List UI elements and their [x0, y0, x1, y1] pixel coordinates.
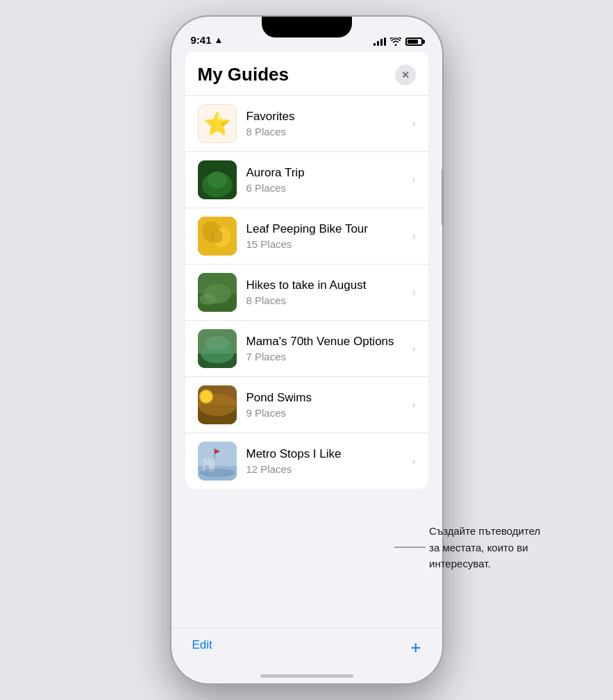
guide-places: 15 Places [246, 238, 407, 250]
chevron-right-icon: › [412, 117, 415, 130]
aurora-thumb-graphic [198, 160, 237, 199]
signal-bars [373, 38, 386, 46]
status-time: 9:41 [191, 34, 212, 46]
chevron-right-icon: › [412, 342, 415, 355]
list-item[interactable]: Leaf Peeping Bike Tour 15 Places › [185, 208, 428, 265]
guide-thumb-pond [198, 385, 237, 424]
signal-bar-4 [384, 38, 386, 46]
sheet-header: My Guides ✕ [185, 51, 428, 95]
svg-point-2 [208, 172, 227, 188]
list-item[interactable]: Hikes to take in August 8 Places › [185, 265, 428, 321]
guide-places: 12 Places [246, 463, 407, 475]
signal-bar-3 [380, 39, 383, 46]
sheet-title: My Guides [198, 64, 289, 85]
close-button[interactable]: ✕ [395, 65, 416, 85]
svg-rect-23 [203, 458, 206, 462]
battery-icon [405, 38, 423, 46]
signal-bar-1 [373, 43, 376, 46]
svg-rect-24 [208, 458, 210, 462]
main-content: My Guides ✕ ⭐ Favorites 8 Places › [171, 51, 442, 628]
hikes-thumb-graphic [198, 273, 237, 312]
guide-places: 8 Places [246, 294, 407, 306]
guide-thumb-aurora [198, 160, 237, 199]
guide-info: Pond Swims 9 Places [246, 391, 407, 419]
list-item[interactable]: ⭐ Favorites 8 Places › [185, 96, 428, 152]
guide-places: 9 Places [246, 407, 407, 419]
guide-thumb-hikes [198, 273, 237, 312]
guide-info: Metro Stops I Like 12 Places [246, 447, 407, 475]
chevron-right-icon: › [412, 455, 415, 467]
chevron-right-icon: › [412, 230, 415, 242]
guide-info: Mama's 70th Venue Options 7 Places [246, 335, 407, 362]
svg-point-10 [199, 294, 216, 305]
guide-places: 8 Places [246, 126, 407, 138]
list-item[interactable]: Pond Swims 9 Places › [185, 377, 428, 433]
annotation-wrapper: Създайте пътеводителза местата, които ви… [429, 523, 575, 572]
battery-fill [408, 40, 418, 44]
annotation-text: Създайте пътеводителза местата, които ви… [429, 523, 575, 572]
guide-thumb-mama [198, 329, 237, 368]
svg-point-29 [199, 469, 235, 477]
status-icons [373, 38, 423, 46]
annotation-line [394, 547, 426, 548]
notch [262, 17, 352, 38]
guide-places: 6 Places [246, 182, 407, 194]
chevron-right-icon: › [412, 286, 415, 299]
signal-bar-2 [377, 41, 379, 46]
guide-list: ⭐ Favorites 8 Places › [185, 95, 428, 489]
guide-name: Aurora Trip [246, 166, 407, 180]
leaf-thumb-graphic [198, 217, 237, 256]
guide-name: Pond Swims [246, 391, 407, 405]
guide-name: Metro Stops I Like [246, 447, 407, 461]
location-icon: ▲ [215, 35, 224, 45]
wifi-icon [390, 38, 401, 46]
guide-name: Favorites [246, 110, 407, 124]
guide-info: Leaf Peeping Bike Tour 15 Places [246, 222, 407, 250]
phone-frame: 9:41 ▲ My Gu [171, 17, 442, 683]
svg-rect-25 [212, 458, 215, 462]
chevron-right-icon: › [412, 399, 415, 411]
guide-name: Mama's 70th Venue Options [246, 335, 407, 349]
guide-info: Favorites 8 Places [246, 110, 407, 138]
list-item[interactable]: Aurora Trip 6 Places › [185, 152, 428, 208]
side-button [442, 169, 442, 225]
list-item[interactable]: Metro Stops I Like 12 Places › [185, 433, 428, 489]
guide-name: Leaf Peeping Bike Tour [246, 222, 407, 236]
pond-thumb-graphic [198, 385, 237, 424]
home-indicator [260, 674, 353, 678]
guide-thumb-metro [198, 442, 237, 481]
chevron-right-icon: › [412, 174, 415, 186]
metro-thumb-graphic [198, 442, 237, 481]
star-icon: ⭐ [203, 110, 231, 137]
svg-point-14 [205, 336, 230, 350]
guide-places: 7 Places [246, 351, 407, 362]
edit-button[interactable]: Edit [192, 638, 212, 652]
mama-thumb-graphic [198, 329, 237, 368]
add-button[interactable]: + [410, 638, 421, 656]
svg-point-19 [201, 391, 212, 402]
guides-sheet: My Guides ✕ ⭐ Favorites 8 Places › [185, 51, 428, 489]
guide-thumb-favorites: ⭐ [198, 104, 237, 143]
guide-info: Hikes to take in August 8 Places [246, 278, 407, 306]
list-item[interactable]: Mama's 70th Venue Options 7 Places › [185, 321, 428, 377]
guide-thumb-leaf [198, 217, 237, 256]
annotation-container: Създайте пътеводителза местата, които ви… [429, 523, 575, 572]
guide-name: Hikes to take in August [246, 278, 407, 292]
guide-info: Aurora Trip 6 Places [246, 166, 407, 194]
